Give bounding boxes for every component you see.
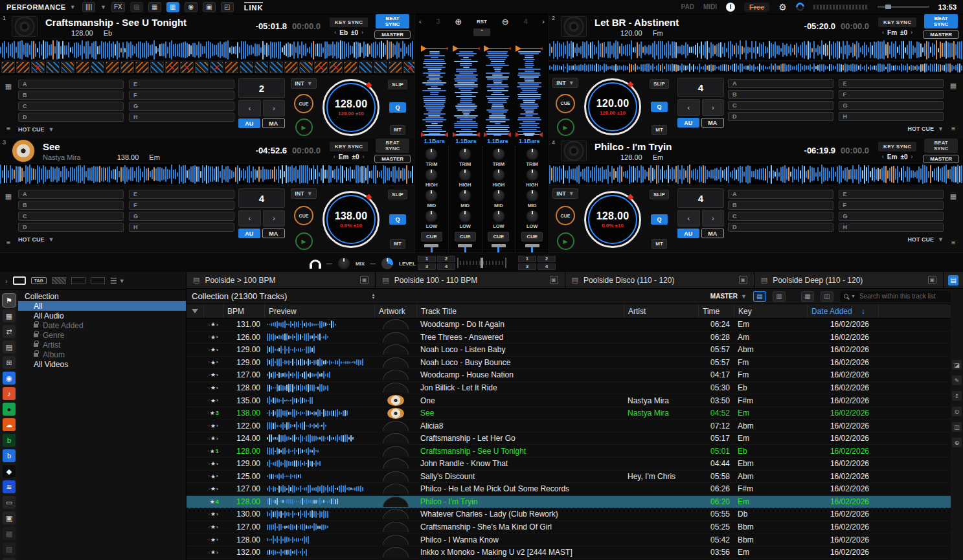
view-split-button[interactable]: ◫ xyxy=(821,291,833,302)
channel-cue-button[interactable]: CUE xyxy=(455,232,476,241)
channel-fader[interactable] xyxy=(525,244,540,252)
hotcue-slot-E[interactable]: E xyxy=(839,79,944,88)
key-sync-button[interactable]: KEY SYNC xyxy=(330,142,368,151)
assign-2-button[interactable]: 2 xyxy=(538,256,556,262)
hotcue-slot-G[interactable]: G xyxy=(839,101,944,110)
slip-button[interactable]: SLIP xyxy=(650,79,669,89)
pads-icon[interactable]: ▦ xyxy=(950,82,957,90)
hotcue-slot-F[interactable]: F xyxy=(129,201,234,210)
midi-label[interactable]: MIDI xyxy=(703,3,717,10)
tree-item-date-added[interactable]: Date Added xyxy=(18,320,186,330)
key-sync-button[interactable]: KEY SYNC xyxy=(878,142,916,151)
hotcue-slot-H[interactable]: H xyxy=(839,223,944,232)
deck-waveform[interactable] xyxy=(0,39,414,61)
track-row[interactable]: ‹★›131.00Woodcamp - Do It Again06:24Em16… xyxy=(187,319,951,331)
beatport-icon[interactable]: b xyxy=(3,434,16,447)
track-preview-waveform[interactable] xyxy=(267,434,372,443)
view-detail-button[interactable]: ▥ xyxy=(773,291,786,302)
tree-item-all[interactable]: All xyxy=(18,301,186,311)
matrix-icon[interactable]: ⊞ xyxy=(3,356,16,369)
deck-waveform[interactable] xyxy=(0,163,414,185)
pads-icon[interactable]: ▦ xyxy=(5,192,12,201)
vertical-waveform[interactable] xyxy=(515,40,543,138)
key-sync-button[interactable]: KEY SYNC xyxy=(878,17,916,27)
jog-wheel[interactable]: 120.00120.00 ±10 xyxy=(584,78,641,135)
lighting-icon[interactable]: ◰ xyxy=(221,2,234,12)
high-knob[interactable] xyxy=(425,168,438,181)
edit-icon[interactable]: ✎ xyxy=(952,375,962,385)
assign-3-button[interactable]: 3 xyxy=(518,263,536,270)
tag-filter-button[interactable]: TAG xyxy=(31,277,47,284)
track-row[interactable]: ‹★›129.00Noah Loco - Busy Bounce05:57Fm1… xyxy=(187,357,951,370)
collection-table-icon[interactable]: ▦ xyxy=(3,309,16,322)
mode-selector[interactable]: PERFORMANCE ▼ xyxy=(6,3,76,11)
cue-button[interactable]: CUE xyxy=(556,206,575,225)
hotcue-slot-B[interactable]: B xyxy=(728,90,833,99)
locked-device-icon[interactable]: ▩ xyxy=(3,527,16,540)
int-mode-dropdown[interactable]: INT▼ xyxy=(291,78,316,89)
view-columns-button[interactable]: ▦ xyxy=(801,291,814,302)
track-preview-waveform[interactable] xyxy=(267,522,372,532)
column-header-bpm[interactable]: BPM xyxy=(223,304,264,318)
track-preview-waveform[interactable] xyxy=(267,472,372,481)
sampler-bank-icon[interactable]: ▤ xyxy=(3,341,16,353)
column-header-artist[interactable]: Artist xyxy=(624,304,698,318)
track-row[interactable]: ‹★›132.00Inkko x Monoko - Making U v2 [2… xyxy=(187,546,951,559)
track-row[interactable]: ‹★3138.00SeeNastya Mira04:52Em16/02/2026 xyxy=(187,407,951,420)
tree-item-all-videos[interactable]: All Videos xyxy=(18,359,186,369)
beat-sync-button[interactable]: BEAT SYNC xyxy=(924,139,958,153)
manual-button[interactable]: MA xyxy=(262,229,286,238)
sort-arrows-icon[interactable]: ▲▼ xyxy=(371,293,375,300)
track-row[interactable]: ‹★1128.00Craftsmanship - See U Tonight05… xyxy=(187,445,951,458)
column-header-date-added[interactable]: Date Added↓ xyxy=(807,304,878,318)
master-deck-dropdown[interactable]: MASTER▼ xyxy=(710,293,747,300)
track-preview-waveform[interactable] xyxy=(267,409,372,418)
hot-cue-mode-dropdown[interactable]: HOT CUE▼ xyxy=(728,236,944,243)
hotcue-slot-E[interactable]: E xyxy=(839,190,944,199)
channel-fader[interactable] xyxy=(491,244,506,252)
jog-wheel[interactable]: 128.000.0% ±10 xyxy=(584,191,641,248)
track-preview-waveform[interactable] xyxy=(267,333,372,342)
hotcue-slot-G[interactable]: G xyxy=(839,212,944,221)
assign-1-button[interactable]: 1 xyxy=(418,256,436,262)
assign-4-button[interactable]: 4 xyxy=(538,263,556,270)
open-panel-icon[interactable]: ▣ xyxy=(739,276,747,284)
track-row[interactable]: ‹★›125.00Sally's DiscountHey, I'm Chris0… xyxy=(187,471,951,484)
master-tempo-button[interactable]: MT xyxy=(651,125,667,135)
playlist-tab-1[interactable]: ▤Poolside > 100 BPM▣ xyxy=(187,272,376,288)
key-shift-control[interactable]: ‹Eb±0› xyxy=(334,29,363,36)
column-header-preview[interactable]: Preview xyxy=(264,304,374,318)
search-options-icon[interactable]: ▼ xyxy=(851,294,855,298)
channel-cue-button[interactable]: CUE xyxy=(488,232,509,241)
play-button[interactable]: ▶ xyxy=(557,232,574,250)
soundcloud-icon[interactable]: ☁ xyxy=(3,418,16,431)
master-button[interactable]: MASTER xyxy=(374,30,411,39)
master-button[interactable]: MASTER xyxy=(923,155,959,163)
vertical-waveform[interactable] xyxy=(453,40,480,138)
hotcue-slot-A[interactable]: A xyxy=(728,79,833,88)
hotcue-slot-D[interactable]: D xyxy=(728,112,833,121)
track-row[interactable]: ‹★›127.00Craftsmanship - She's Ma Kind O… xyxy=(187,521,951,534)
sampler-icon[interactable]: ▨ xyxy=(130,2,143,12)
hotcue-slot-D[interactable]: D xyxy=(728,223,833,232)
master-button[interactable]: MASTER xyxy=(374,155,411,163)
color-filter-2[interactable] xyxy=(71,277,85,284)
hotcue-slot-F[interactable]: F xyxy=(129,91,234,100)
hotcue-slot-G[interactable]: G xyxy=(129,212,234,221)
cue-button[interactable]: CUE xyxy=(294,206,313,225)
beat-jump-back-button[interactable]: ‹ xyxy=(238,100,261,117)
track-preview-waveform[interactable] xyxy=(267,421,372,431)
open-panel-icon[interactable]: ▣ xyxy=(360,276,368,284)
stems-icon[interactable]: ≡ xyxy=(6,238,10,246)
color-filter-1[interactable] xyxy=(52,277,66,284)
int-mode-dropdown[interactable]: INT▼ xyxy=(552,188,578,199)
pads-icon[interactable]: ▦ xyxy=(148,2,161,12)
hotcue-slot-C[interactable]: C xyxy=(728,101,833,110)
view-list-button[interactable]: ▤ xyxy=(753,291,766,302)
vertical-waveform[interactable] xyxy=(484,40,511,138)
prev-deck-arrow[interactable]: ‹ xyxy=(419,17,422,25)
key-left-arrow[interactable]: ‹ xyxy=(334,153,335,160)
beatsource-icon[interactable]: b xyxy=(3,449,16,462)
cue-button[interactable]: CUE xyxy=(556,94,575,113)
plan-badge[interactable]: Free xyxy=(744,3,769,12)
